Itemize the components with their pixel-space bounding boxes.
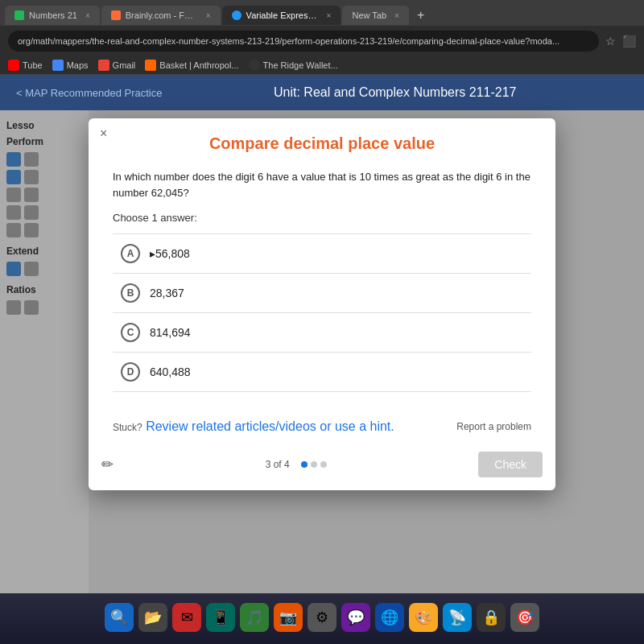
- taskbar-icon-4[interactable]: 📱: [206, 603, 235, 632]
- tab-brainly[interactable]: Brainly.com - For students. By... ×: [101, 6, 221, 25]
- choose-label: Choose 1 answer:: [113, 212, 531, 224]
- option-c-text: 814,694: [150, 326, 191, 339]
- tab-numbers[interactable]: Numbers 21 ×: [5, 6, 100, 25]
- bookmark-gmail-label: Gmail: [113, 60, 136, 70]
- taskbar-icon-13[interactable]: 🎯: [510, 603, 539, 632]
- tab-close-brainly[interactable]: ×: [206, 11, 211, 20]
- tab-close-variable[interactable]: ×: [327, 11, 332, 20]
- report-link[interactable]: Report a problem: [456, 421, 531, 432]
- option-c-circle: C: [121, 323, 140, 342]
- tab-close-newtab[interactable]: ×: [394, 11, 399, 20]
- dots-container: [301, 461, 327, 468]
- app-area: < MAP Recommended Practice Unit: Real an…: [0, 75, 644, 593]
- pencil-icon[interactable]: ✏: [101, 456, 114, 473]
- answer-options-list: A ▸56,808 B 28,367 C 814,694 D: [113, 233, 531, 392]
- dot-1: [301, 461, 308, 468]
- new-tab-button[interactable]: +: [411, 5, 431, 26]
- tab-favicon-numbers: [14, 10, 24, 20]
- modal-footer: Stuck? Review related articles/videos or…: [89, 408, 555, 445]
- top-nav: < MAP Recommended Practice Unit: Real an…: [0, 75, 644, 110]
- tab-favicon-variable: [232, 10, 242, 20]
- star-icon[interactable]: ☆: [605, 35, 616, 47]
- taskbar-icon-finder[interactable]: 🔍: [105, 603, 134, 632]
- option-b-text: 28,367: [150, 287, 184, 299]
- tab-label-newtab: New Tab: [352, 10, 386, 20]
- tab-label-brainly: Brainly.com - For students. By...: [126, 10, 198, 20]
- page-indicator: 3 of 4: [266, 459, 290, 470]
- question-text: In which number does the digit 6 have a …: [113, 169, 531, 200]
- check-button[interactable]: Check: [478, 452, 543, 477]
- bookmark-tube[interactable]: Tube: [8, 60, 43, 71]
- bookmark-ridge-label: The Ridge Wallet...: [263, 60, 338, 70]
- content-area: Lesso Perform: [0, 110, 644, 593]
- tab-newtab[interactable]: New Tab ×: [342, 6, 408, 25]
- tab-close-numbers[interactable]: ×: [85, 11, 90, 20]
- taskbar-icon-12[interactable]: 🔒: [477, 603, 506, 632]
- option-c[interactable]: C 814,694: [113, 313, 531, 353]
- address-input[interactable]: [8, 31, 599, 52]
- bookmark-bar: Tube Maps Gmail Basket | Anthropol... Th…: [0, 56, 644, 75]
- taskbar-icon-8[interactable]: 💬: [341, 603, 370, 632]
- browser-chrome: Numbers 21 × Brainly.com - For students.…: [0, 0, 644, 75]
- taskbar-icon-5[interactable]: 🎵: [240, 603, 269, 632]
- bookmark-ridge[interactable]: The Ridge Wallet...: [249, 60, 338, 71]
- option-a[interactable]: A ▸56,808: [113, 233, 531, 274]
- bookmark-basket[interactable]: Basket | Anthropol...: [145, 60, 238, 71]
- taskbar-icon-6[interactable]: 📷: [274, 603, 303, 632]
- maps-favicon: [52, 60, 64, 71]
- address-bar: ☆ ⬛: [0, 26, 644, 56]
- taskbar-icon-10[interactable]: 🎨: [409, 603, 438, 632]
- bookmark-tube-label: Tube: [23, 60, 43, 70]
- dot-2: [311, 461, 317, 468]
- taskbar-icon-mail[interactable]: ✉: [172, 603, 201, 632]
- taskbar-icon-11[interactable]: 📡: [443, 603, 472, 632]
- tab-label-numbers: Numbers 21: [29, 10, 77, 20]
- modal-overlay: × Compare decimal place value In which n…: [0, 110, 644, 593]
- gmail-favicon: [98, 60, 109, 71]
- tab-bar: Numbers 21 × Brainly.com - For students.…: [0, 0, 644, 26]
- tab-variable[interactable]: Variable Expressions - Algebra ×: [222, 6, 341, 25]
- tab-label-variable: Variable Expressions - Algebra: [246, 10, 319, 20]
- bookmark-maps[interactable]: Maps: [52, 60, 89, 71]
- stuck-text: Stuck?: [113, 422, 142, 433]
- bookmark-maps-label: Maps: [67, 60, 89, 70]
- modal-bottom-bar: ✏ 3 of 4 Check: [89, 445, 555, 490]
- option-a-circle: A: [121, 244, 140, 263]
- option-d[interactable]: D 640,488: [113, 353, 531, 392]
- option-b[interactable]: B 28,367: [113, 274, 531, 313]
- taskbar-icon-9[interactable]: 🌐: [375, 603, 404, 632]
- taskbar-icon-7[interactable]: ⚙: [308, 603, 336, 632]
- tube-favicon: [8, 60, 19, 71]
- modal-dialog: × Compare decimal place value In which n…: [89, 118, 555, 490]
- tab-favicon-brainly: [111, 10, 121, 20]
- option-d-text: 640,488: [150, 365, 191, 378]
- extensions-icon[interactable]: ⬛: [622, 35, 636, 47]
- dot-3: [320, 461, 327, 468]
- taskbar-icon-2[interactable]: 📂: [138, 603, 167, 632]
- stuck-section: Stuck? Review related articles/videos or…: [113, 419, 394, 434]
- pagination-row: 3 of 4: [266, 459, 327, 470]
- modal-close-button[interactable]: ×: [100, 126, 107, 141]
- modal-title: Compare decimal place value: [89, 118, 555, 161]
- modal-body: In which number does the digit 6 have a …: [89, 161, 555, 408]
- option-a-text: ▸56,808: [150, 247, 190, 260]
- nav-title: Unit: Real and Complex Numbers 211-217: [162, 85, 628, 100]
- bookmark-gmail[interactable]: Gmail: [98, 60, 136, 71]
- stuck-link[interactable]: Review related articles/videos or use a …: [146, 419, 394, 433]
- option-d-circle: D: [121, 362, 140, 382]
- taskbar: 🔍 📂 ✉ 📱 🎵 📷 ⚙ 💬 🌐 🎨 📡 🔒 🎯: [0, 593, 644, 642]
- ridge-favicon: [249, 60, 260, 71]
- basket-favicon: [145, 60, 156, 71]
- back-link[interactable]: < MAP Recommended Practice: [16, 87, 162, 99]
- option-b-circle: B: [121, 283, 140, 303]
- bookmark-basket-label: Basket | Anthropol...: [159, 60, 238, 70]
